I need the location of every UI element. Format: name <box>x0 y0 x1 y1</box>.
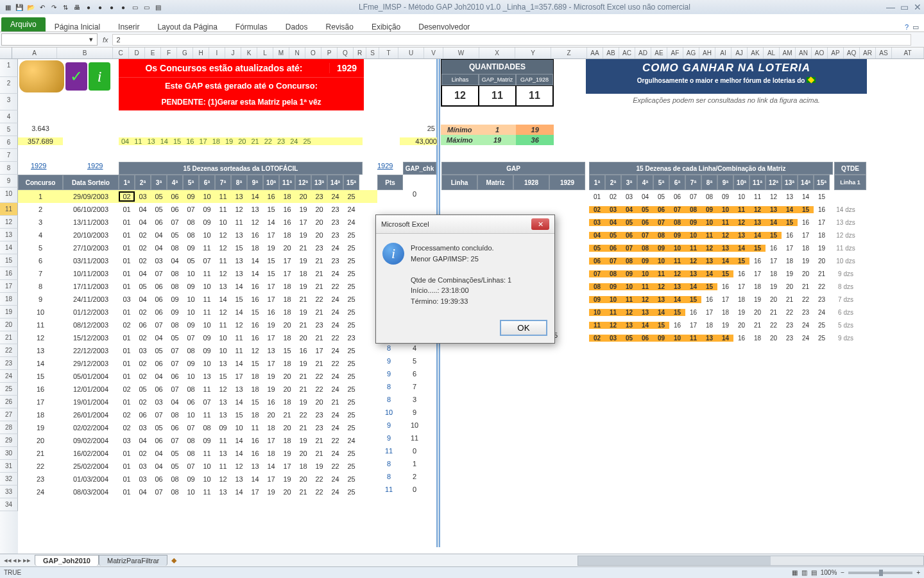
check-icon[interactable]: ✓ <box>65 62 87 91</box>
row-header[interactable]: 13 <box>0 229 18 241</box>
pts-row[interactable]: 87 <box>376 383 440 396</box>
qat-icon[interactable]: ● <box>118 2 128 12</box>
col-header[interactable]: AI <box>715 48 732 58</box>
pts-row[interactable]: 81 <box>376 460 440 473</box>
col-header[interactable]: S <box>366 48 379 58</box>
col-header[interactable]: AR <box>860 48 876 58</box>
table-row[interactable]: 1902/02/20040203050607080910111820212324… <box>18 421 377 434</box>
col-header[interactable]: AC <box>619 48 635 58</box>
table-row[interactable]: 313/11/200301040607080910111214161720232… <box>18 216 377 229</box>
row-header[interactable]: 31 <box>0 460 18 473</box>
qat-icon[interactable]: ▤ <box>153 2 163 12</box>
open-icon[interactable]: 📂 <box>26 2 36 12</box>
table-row[interactable]: 1719/01/20040102030406071314151618192021… <box>18 396 377 408</box>
col-header[interactable]: AJ <box>732 48 748 58</box>
row-header[interactable]: 18 <box>0 293 18 306</box>
row-header[interactable]: 4 <box>0 110 18 123</box>
sheet-tab-active[interactable]: GAP_Joh2010 <box>35 555 99 566</box>
info-icon[interactable]: i <box>89 62 110 91</box>
table-row[interactable]: 1612/01/20040205060708111213181920212224… <box>18 383 377 396</box>
col-header[interactable]: X <box>479 48 515 58</box>
row-header[interactable]: 2 <box>0 77 18 94</box>
col-header[interactable]: AG <box>683 48 699 58</box>
row-header[interactable]: 15 <box>0 254 18 267</box>
table-row[interactable]: 1322/12/20030103050708091011121315161724… <box>18 344 377 357</box>
row-header[interactable]: 26 <box>0 396 18 408</box>
col-header[interactable]: AD <box>635 48 651 58</box>
row-header[interactable]: 8 <box>0 162 18 175</box>
matriz-row[interactable]: 04050607080910111213141516171812 dzs <box>589 229 865 241</box>
sort-icon[interactable]: ⇅ <box>60 2 71 12</box>
table-row[interactable]: 817/11/200301050608091013141617181921222… <box>18 280 377 293</box>
ok-button[interactable]: OK <box>501 320 547 335</box>
formula-input[interactable]: 2 <box>112 34 911 46</box>
matriz-row[interactable]: 0809101112131415161718192021228 dzs <box>589 280 865 293</box>
pts-row[interactable]: 0 <box>376 190 440 203</box>
sheet-nav[interactable]: ◂◂◂▸▸▸ <box>0 556 35 565</box>
matriz-row[interactable]: 0708091011121314151617181920219 dzs <box>589 267 865 280</box>
save-icon[interactable]: 💾 <box>14 2 24 12</box>
pts-row[interactable] <box>376 203 440 216</box>
pts-row[interactable]: 110 <box>376 447 440 460</box>
table-row[interactable]: 710/11/200301040708101112131415171821242… <box>18 267 377 280</box>
col-header[interactable]: AH <box>699 48 715 58</box>
row-header[interactable]: 7 <box>0 149 18 162</box>
col-header[interactable]: H <box>193 48 209 58</box>
qat-icon[interactable]: ● <box>95 2 105 12</box>
col-header[interactable]: R <box>354 48 366 58</box>
cells[interactable]: ✓ i Os Concursos estão atualizados até:1… <box>18 59 924 557</box>
row-header[interactable]: 19 <box>0 306 18 319</box>
gap-row[interactable] <box>441 370 570 383</box>
row-header[interactable]: 24 <box>0 370 18 383</box>
link-1929[interactable]: 1929 <box>87 162 103 170</box>
row-header[interactable]: 10 <box>0 188 18 203</box>
gap-row[interactable] <box>441 190 570 203</box>
redo-icon[interactable]: ↷ <box>49 2 59 12</box>
gap-row[interactable] <box>441 203 570 216</box>
gap-row[interactable] <box>441 408 570 421</box>
col-header[interactable]: AA <box>587 48 603 58</box>
col-header[interactable]: L <box>257 48 273 58</box>
file-tab[interactable]: Arquivo <box>1 17 46 31</box>
table-row[interactable]: 1505/01/20040102040610131517181920212224… <box>18 370 377 383</box>
row-header[interactable]: 22 <box>0 344 18 357</box>
matriz-row[interactable]: 1011121314151617181920212223246 dzs <box>589 306 865 319</box>
table-row[interactable]: 420/10/200301020405081012131617181920232… <box>18 229 377 241</box>
matriz-row[interactable]: 06070809101112131415161718192010 dzs <box>589 254 865 267</box>
horizontal-scrollbar[interactable] <box>578 556 924 566</box>
col-header[interactable]: AN <box>796 48 812 58</box>
row-header[interactable]: 12 <box>0 216 18 229</box>
col-header[interactable]: E <box>145 48 161 58</box>
row-header[interactable]: 34 <box>0 498 18 511</box>
matriz-table[interactable]: 0102030405060708091011121314150203040506… <box>589 190 865 344</box>
col-header[interactable]: AM <box>780 48 796 58</box>
gap-row[interactable] <box>441 447 570 460</box>
row-header[interactable]: 30 <box>0 447 18 460</box>
col-header[interactable]: W <box>443 48 479 58</box>
pts-row[interactable]: 96 <box>376 370 440 383</box>
row-header[interactable]: 28 <box>0 421 18 434</box>
table-row[interactable]: 1215/12/20030102040507091011161718202122… <box>18 331 377 344</box>
cell-a5[interactable]: 3.643 <box>18 125 63 132</box>
row-header[interactable]: 21 <box>0 331 18 344</box>
col-header[interactable]: AT <box>892 48 924 58</box>
ribbon-tab[interactable]: Página Inicial <box>46 20 109 34</box>
row-header[interactable]: 29 <box>0 434 18 447</box>
col-header[interactable]: D <box>129 48 145 58</box>
pts-row[interactable]: 109 <box>376 408 440 421</box>
col-header[interactable]: AP <box>828 48 844 58</box>
matriz-row[interactable]: 0203050609101113141618202324259 dzs <box>589 331 865 344</box>
col-header[interactable]: K <box>241 48 257 58</box>
col-header[interactable]: AO <box>812 48 828 58</box>
link-1929[interactable]: 1929 <box>31 162 46 170</box>
col-header[interactable]: J <box>225 48 241 58</box>
undo-icon[interactable]: ↶ <box>37 2 47 12</box>
col-header[interactable]: T <box>379 48 398 58</box>
zoom-slider[interactable] <box>848 572 912 574</box>
row-header[interactable]: 11 <box>0 203 18 216</box>
gap-row[interactable] <box>441 460 570 473</box>
row-header[interactable]: 1 <box>0 59 18 77</box>
ribbon-tab[interactable]: Layout da Página <box>148 20 226 34</box>
minimize-icon[interactable]: — <box>886 2 895 12</box>
table-row[interactable]: 1826/01/20040206070810111315182021222324… <box>18 408 377 421</box>
